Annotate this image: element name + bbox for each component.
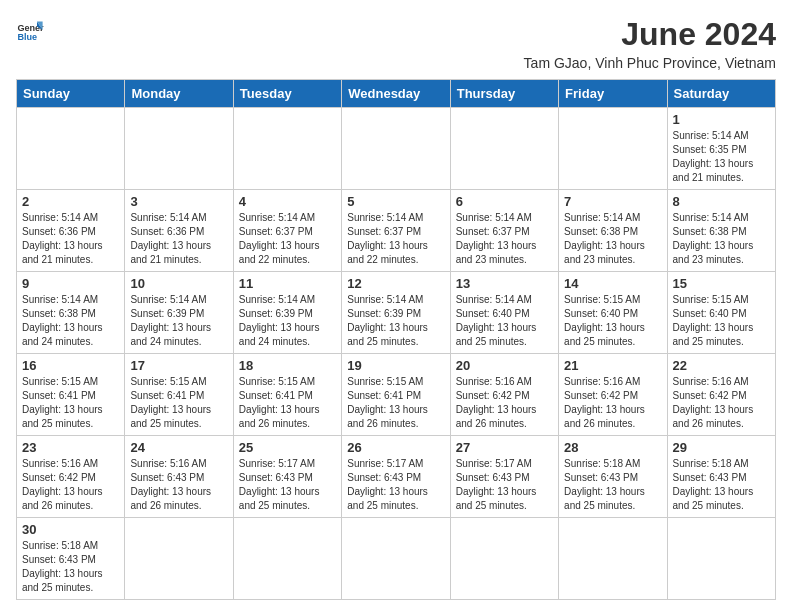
col-header-wednesday: Wednesday [342,80,450,108]
calendar-cell: 25Sunrise: 5:17 AM Sunset: 6:43 PM Dayli… [233,436,341,518]
day-info: Sunrise: 5:14 AM Sunset: 6:38 PM Dayligh… [673,211,770,267]
col-header-thursday: Thursday [450,80,558,108]
calendar-cell: 20Sunrise: 5:16 AM Sunset: 6:42 PM Dayli… [450,354,558,436]
calendar-cell [667,518,775,600]
day-number: 19 [347,358,444,373]
calendar-header-row: SundayMondayTuesdayWednesdayThursdayFrid… [17,80,776,108]
day-number: 2 [22,194,119,209]
calendar-cell [17,108,125,190]
page-header: General Blue June 2024 Tam GJao, Vinh Ph… [16,16,776,71]
calendar-cell: 5Sunrise: 5:14 AM Sunset: 6:37 PM Daylig… [342,190,450,272]
calendar-cell [233,108,341,190]
day-info: Sunrise: 5:14 AM Sunset: 6:39 PM Dayligh… [239,293,336,349]
location-subtitle: Tam GJao, Vinh Phuc Province, Vietnam [524,55,776,71]
day-info: Sunrise: 5:14 AM Sunset: 6:37 PM Dayligh… [239,211,336,267]
day-number: 21 [564,358,661,373]
calendar-cell [233,518,341,600]
day-info: Sunrise: 5:14 AM Sunset: 6:35 PM Dayligh… [673,129,770,185]
day-info: Sunrise: 5:16 AM Sunset: 6:42 PM Dayligh… [456,375,553,431]
day-info: Sunrise: 5:14 AM Sunset: 6:36 PM Dayligh… [22,211,119,267]
day-info: Sunrise: 5:15 AM Sunset: 6:41 PM Dayligh… [239,375,336,431]
calendar-cell: 12Sunrise: 5:14 AM Sunset: 6:39 PM Dayli… [342,272,450,354]
day-info: Sunrise: 5:14 AM Sunset: 6:37 PM Dayligh… [347,211,444,267]
day-info: Sunrise: 5:16 AM Sunset: 6:42 PM Dayligh… [22,457,119,513]
day-info: Sunrise: 5:18 AM Sunset: 6:43 PM Dayligh… [673,457,770,513]
day-number: 29 [673,440,770,455]
day-number: 11 [239,276,336,291]
calendar-cell [559,108,667,190]
calendar-cell: 10Sunrise: 5:14 AM Sunset: 6:39 PM Dayli… [125,272,233,354]
day-info: Sunrise: 5:15 AM Sunset: 6:41 PM Dayligh… [130,375,227,431]
calendar-cell: 1Sunrise: 5:14 AM Sunset: 6:35 PM Daylig… [667,108,775,190]
day-number: 30 [22,522,119,537]
day-number: 3 [130,194,227,209]
day-number: 16 [22,358,119,373]
day-number: 13 [456,276,553,291]
day-info: Sunrise: 5:15 AM Sunset: 6:41 PM Dayligh… [22,375,119,431]
day-info: Sunrise: 5:17 AM Sunset: 6:43 PM Dayligh… [456,457,553,513]
day-number: 5 [347,194,444,209]
month-year-title: June 2024 [524,16,776,53]
calendar-cell: 11Sunrise: 5:14 AM Sunset: 6:39 PM Dayli… [233,272,341,354]
calendar-table: SundayMondayTuesdayWednesdayThursdayFrid… [16,79,776,600]
calendar-cell [125,518,233,600]
calendar-cell: 29Sunrise: 5:18 AM Sunset: 6:43 PM Dayli… [667,436,775,518]
day-info: Sunrise: 5:15 AM Sunset: 6:40 PM Dayligh… [673,293,770,349]
day-info: Sunrise: 5:14 AM Sunset: 6:37 PM Dayligh… [456,211,553,267]
calendar-cell: 18Sunrise: 5:15 AM Sunset: 6:41 PM Dayli… [233,354,341,436]
day-info: Sunrise: 5:17 AM Sunset: 6:43 PM Dayligh… [239,457,336,513]
day-number: 28 [564,440,661,455]
day-info: Sunrise: 5:15 AM Sunset: 6:41 PM Dayligh… [347,375,444,431]
week-row-3: 9Sunrise: 5:14 AM Sunset: 6:38 PM Daylig… [17,272,776,354]
day-number: 27 [456,440,553,455]
day-info: Sunrise: 5:16 AM Sunset: 6:42 PM Dayligh… [564,375,661,431]
day-number: 1 [673,112,770,127]
day-number: 20 [456,358,553,373]
day-info: Sunrise: 5:14 AM Sunset: 6:38 PM Dayligh… [564,211,661,267]
calendar-cell: 28Sunrise: 5:18 AM Sunset: 6:43 PM Dayli… [559,436,667,518]
day-info: Sunrise: 5:14 AM Sunset: 6:40 PM Dayligh… [456,293,553,349]
day-info: Sunrise: 5:15 AM Sunset: 6:40 PM Dayligh… [564,293,661,349]
day-number: 22 [673,358,770,373]
calendar-cell: 8Sunrise: 5:14 AM Sunset: 6:38 PM Daylig… [667,190,775,272]
svg-text:Blue: Blue [17,32,37,42]
col-header-sunday: Sunday [17,80,125,108]
day-number: 14 [564,276,661,291]
day-number: 7 [564,194,661,209]
day-info: Sunrise: 5:14 AM Sunset: 6:38 PM Dayligh… [22,293,119,349]
calendar-cell: 22Sunrise: 5:16 AM Sunset: 6:42 PM Dayli… [667,354,775,436]
logo-icon: General Blue [16,16,44,44]
week-row-4: 16Sunrise: 5:15 AM Sunset: 6:41 PM Dayli… [17,354,776,436]
calendar-cell [342,108,450,190]
calendar-cell: 14Sunrise: 5:15 AM Sunset: 6:40 PM Dayli… [559,272,667,354]
calendar-cell: 7Sunrise: 5:14 AM Sunset: 6:38 PM Daylig… [559,190,667,272]
calendar-cell: 24Sunrise: 5:16 AM Sunset: 6:43 PM Dayli… [125,436,233,518]
calendar-cell [450,108,558,190]
day-number: 9 [22,276,119,291]
week-row-1: 1Sunrise: 5:14 AM Sunset: 6:35 PM Daylig… [17,108,776,190]
calendar-cell [559,518,667,600]
calendar-cell [342,518,450,600]
calendar-cell: 27Sunrise: 5:17 AM Sunset: 6:43 PM Dayli… [450,436,558,518]
day-number: 10 [130,276,227,291]
col-header-tuesday: Tuesday [233,80,341,108]
calendar-cell: 15Sunrise: 5:15 AM Sunset: 6:40 PM Dayli… [667,272,775,354]
day-number: 4 [239,194,336,209]
day-number: 12 [347,276,444,291]
day-number: 6 [456,194,553,209]
day-number: 23 [22,440,119,455]
week-row-6: 30Sunrise: 5:18 AM Sunset: 6:43 PM Dayli… [17,518,776,600]
calendar-cell: 16Sunrise: 5:15 AM Sunset: 6:41 PM Dayli… [17,354,125,436]
col-header-saturday: Saturday [667,80,775,108]
day-info: Sunrise: 5:18 AM Sunset: 6:43 PM Dayligh… [564,457,661,513]
calendar-cell: 23Sunrise: 5:16 AM Sunset: 6:42 PM Dayli… [17,436,125,518]
calendar-cell: 3Sunrise: 5:14 AM Sunset: 6:36 PM Daylig… [125,190,233,272]
calendar-cell: 9Sunrise: 5:14 AM Sunset: 6:38 PM Daylig… [17,272,125,354]
calendar-cell: 6Sunrise: 5:14 AM Sunset: 6:37 PM Daylig… [450,190,558,272]
logo: General Blue [16,16,44,44]
day-info: Sunrise: 5:17 AM Sunset: 6:43 PM Dayligh… [347,457,444,513]
calendar-cell: 4Sunrise: 5:14 AM Sunset: 6:37 PM Daylig… [233,190,341,272]
day-number: 17 [130,358,227,373]
calendar-cell: 19Sunrise: 5:15 AM Sunset: 6:41 PM Dayli… [342,354,450,436]
calendar-cell [125,108,233,190]
